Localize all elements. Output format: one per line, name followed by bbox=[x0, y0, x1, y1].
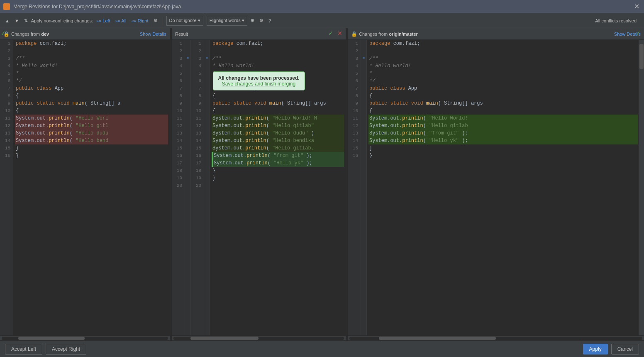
right-panel-header: 🔒 Changes from origin/master Show Detail… bbox=[348, 28, 644, 40]
tooltip-line1: All changes have been processed. bbox=[218, 75, 299, 81]
left-code-area[interactable]: 12345 678910 1112131415 16 package com.f… bbox=[0, 40, 170, 335]
middle-panel: Result ✓ ✕ All changes have been process… bbox=[172, 28, 346, 340]
main-content: 🔒 Changes from dev Show Details ✓ 12345 … bbox=[0, 28, 644, 340]
left-panel-header: 🔒 Changes from dev Show Details bbox=[0, 28, 170, 40]
left-checkmark: ✓ bbox=[1, 30, 6, 37]
right-line-numbers: 12345 678910 1112131415 16 bbox=[348, 40, 361, 335]
apply-right-button[interactable]: «« Right bbox=[130, 17, 150, 24]
tooltip-box: All changes have been processed. Save ch… bbox=[212, 71, 305, 90]
middle-right-gutter: ≡ bbox=[204, 40, 210, 335]
right-panel: 🔒 Changes from origin/master Show Detail… bbox=[348, 28, 644, 340]
gear-button[interactable]: ⚙ bbox=[258, 17, 265, 24]
app-icon bbox=[3, 3, 10, 10]
right-scrollbar[interactable] bbox=[348, 335, 644, 340]
right-vertical-scrollbar[interactable] bbox=[638, 40, 644, 335]
right-gutter: ≡ bbox=[361, 40, 367, 335]
settings-icon[interactable]: ⚙ bbox=[152, 17, 159, 24]
ignore-dropdown[interactable]: Do not ignore ▾ bbox=[166, 16, 203, 26]
cancel-button[interactable]: Cancel bbox=[611, 344, 639, 355]
middle-panel-title: Result bbox=[175, 32, 188, 37]
view-toggle-button[interactable]: ⊞ bbox=[249, 17, 256, 24]
right-code-area[interactable]: 12345 678910 1112131415 16 ≡ package com… bbox=[348, 40, 644, 335]
accept-right-button[interactable]: Accept Right bbox=[46, 344, 86, 355]
right-lock-icon: 🔒 bbox=[351, 31, 357, 37]
close-button[interactable]: ✕ bbox=[632, 2, 641, 11]
conflicts-status: All conflicts resolved bbox=[595, 18, 641, 23]
middle-line-numbers-left: 12345 678910 1112131415 1617181920 bbox=[172, 40, 185, 335]
window-title: Merge Revisions for D:\java_project\firt… bbox=[13, 4, 181, 10]
toolbar-separator bbox=[163, 17, 163, 25]
middle-panel-header: Result ✓ ✕ bbox=[172, 28, 346, 40]
help-button[interactable]: ? bbox=[267, 17, 273, 24]
bottom-bar: Accept Left Accept Right Apply Cancel bbox=[0, 340, 644, 357]
left-code-lines: package com.fazi; /** * Hello world! * *… bbox=[13, 40, 170, 335]
next-conflict-button[interactable]: ▼ bbox=[13, 17, 21, 24]
apply-left-button[interactable]: »» Left bbox=[95, 17, 112, 24]
middle-checkmark: ✓ bbox=[328, 30, 333, 37]
right-panel-title: Changes from origin/master bbox=[359, 32, 418, 37]
apply-all-button[interactable]: »« All bbox=[114, 17, 128, 24]
left-line-numbers: 12345 678910 1112131415 16 bbox=[0, 40, 13, 335]
right-code-lines: package com.fazi; /** * Hello world! * *… bbox=[367, 40, 644, 335]
apply-button[interactable]: Apply bbox=[583, 344, 608, 355]
left-show-details[interactable]: Show Details bbox=[140, 32, 166, 37]
left-panel-title: Changes from dev bbox=[11, 32, 49, 37]
prev-conflict-button[interactable]: ▲ bbox=[3, 17, 11, 24]
apply-non-conflicting-label: Apply non-conflicting changes: bbox=[31, 18, 93, 23]
tooltip-save-link[interactable]: Save changes and finish merging bbox=[218, 81, 299, 87]
left-panel: 🔒 Changes from dev Show Details ✓ 12345 … bbox=[0, 28, 170, 340]
middle-line-numbers-right: 12345 678910 1112131415 1617181920 bbox=[191, 40, 204, 335]
middle-scrollbar[interactable] bbox=[172, 335, 346, 340]
apply-non-conflicting-icon[interactable]: ⇅ bbox=[22, 17, 29, 24]
highlight-dropdown[interactable]: Highlight words ▾ bbox=[207, 16, 247, 26]
middle-gutter-icons: ≡ bbox=[185, 40, 191, 335]
accept-left-button[interactable]: Accept Left bbox=[5, 344, 42, 355]
tooltip-container: All changes have been processed. Save ch… bbox=[212, 71, 305, 90]
title-bar: Merge Revisions for D:\java_project\firt… bbox=[0, 0, 644, 13]
toolbar: ▲ ▼ ⇅ Apply non-conflicting changes: »» … bbox=[0, 13, 644, 28]
middle-close-icon[interactable]: ✕ bbox=[337, 30, 342, 37]
right-checkmark: ✓ bbox=[636, 30, 641, 37]
left-scrollbar[interactable] bbox=[0, 335, 170, 340]
